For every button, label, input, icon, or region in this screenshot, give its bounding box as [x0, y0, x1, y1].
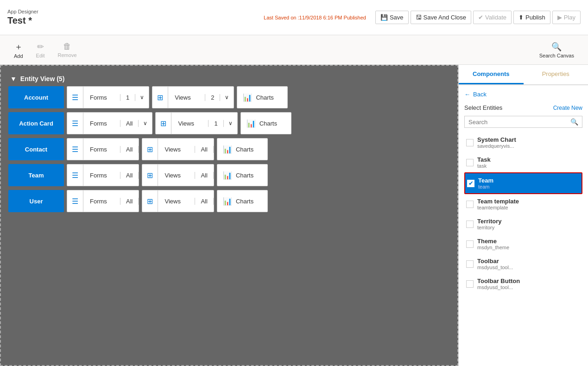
- forms-icon-account: ☰: [67, 87, 83, 108]
- charts-icon-actioncard: 📊: [247, 119, 256, 128]
- contact-forms-count: All: [120, 146, 139, 153]
- account-forms-count: 1: [120, 94, 135, 101]
- back-label: Back: [473, 91, 487, 98]
- actioncard-label: Action Card: [19, 120, 53, 127]
- actioncard-charts-card[interactable]: 📊 Charts: [240, 112, 291, 134]
- user-charts-card[interactable]: 📊 Charts: [217, 190, 268, 212]
- search-canvas-icon: 🔍: [551, 42, 562, 52]
- header-right: Last Saved on :11/9/2018 6:16 PM Publish…: [264, 11, 581, 24]
- account-forms-card[interactable]: ☰ Forms 1 ∨: [67, 86, 149, 108]
- contact-charts-card[interactable]: 📊 Charts: [217, 138, 268, 160]
- account-forms-label: Forms: [83, 94, 120, 101]
- forms-icon-user: ☰: [67, 190, 83, 212]
- item-checkbox[interactable]: [466, 159, 474, 166]
- save-button[interactable]: 💾 Save: [375, 11, 409, 24]
- list-item[interactable]: Territoryterritory: [464, 214, 582, 234]
- entity-list: System Chartsavedqueryvis...Tasktask✔Tea…: [464, 133, 582, 294]
- entity-row-account: Account ☰ Forms 1 ∨ ⊞ Views 2 ∨ 📊 Charts: [8, 86, 450, 108]
- play-button[interactable]: ▶ Play: [552, 11, 581, 24]
- team-views-card[interactable]: ⊞ Views All: [142, 164, 214, 186]
- account-forms-chevron[interactable]: ∨: [135, 94, 149, 101]
- add-toolbar-item[interactable]: ＋ Add: [7, 39, 30, 61]
- item-key: team: [478, 184, 493, 189]
- entity-search-box[interactable]: 🔍: [464, 116, 582, 128]
- panel-body: ← Back Select Entities Create New 🔍 Syst…: [459, 85, 588, 366]
- user-forms-count: All: [120, 198, 139, 205]
- header-left: App Designer Test *: [7, 9, 38, 26]
- item-name: Toolbar: [477, 258, 513, 265]
- contact-forms-card[interactable]: ☰ Forms All: [67, 138, 139, 160]
- team-charts-card[interactable]: 📊 Charts: [217, 164, 268, 186]
- publish-label: Publish: [525, 14, 545, 21]
- components-tab-label: Components: [473, 70, 509, 77]
- list-item[interactable]: Thememsdyn_theme: [464, 234, 582, 254]
- play-icon: ▶: [557, 14, 562, 21]
- contact-views-card[interactable]: ⊞ Views All: [142, 138, 214, 160]
- list-item[interactable]: ✔Teamteam: [464, 172, 582, 194]
- edit-toolbar-item[interactable]: ✏ Edit: [30, 40, 51, 60]
- actioncard-forms-chevron[interactable]: ∨: [139, 120, 152, 126]
- item-checkbox[interactable]: [466, 139, 474, 146]
- account-views-chevron[interactable]: ∨: [220, 94, 234, 101]
- contact-entity-button[interactable]: Contact: [8, 138, 64, 160]
- forms-icon-actioncard: ☰: [67, 113, 83, 134]
- search-canvas-item[interactable]: 🔍 Search Canvas: [533, 40, 581, 60]
- user-entity-button[interactable]: User: [8, 190, 64, 212]
- account-charts-card[interactable]: 📊 Charts: [237, 86, 288, 108]
- tab-properties[interactable]: Properties: [524, 65, 588, 84]
- user-forms-card[interactable]: ☰ Forms All: [67, 190, 139, 212]
- app-designer-label: App Designer: [7, 9, 38, 14]
- create-new-link[interactable]: Create New: [553, 105, 582, 111]
- list-item[interactable]: Tasktask: [464, 152, 582, 172]
- user-views-card[interactable]: ⊞ Views All: [142, 190, 214, 212]
- charts-icon-team: 📊: [223, 171, 232, 180]
- item-checkbox[interactable]: ✔: [467, 180, 474, 187]
- list-item[interactable]: Toolbar Buttonmsdyusd_tool...: [464, 274, 582, 294]
- search-canvas-label: Search Canvas: [539, 53, 574, 58]
- list-item[interactable]: Toolbarmsdyusd_tool...: [464, 254, 582, 274]
- back-button[interactable]: ← Back: [464, 91, 582, 98]
- search-input[interactable]: [468, 119, 570, 126]
- item-name: Team template: [477, 198, 519, 205]
- save-and-close-button[interactable]: 🖫 Save And Close: [411, 11, 472, 24]
- back-arrow-icon: ←: [464, 91, 470, 98]
- item-name: Toolbar Button: [477, 278, 520, 284]
- user-label: User: [30, 198, 43, 205]
- item-text: Toolbarmsdyusd_tool...: [477, 258, 513, 270]
- item-text: Teamteam: [478, 177, 493, 189]
- publish-button[interactable]: ⬆ Publish: [513, 11, 550, 24]
- remove-label: Remove: [58, 52, 77, 58]
- item-checkbox[interactable]: [466, 280, 474, 288]
- team-forms-card[interactable]: ☰ Forms All: [67, 164, 139, 186]
- actioncard-forms-card[interactable]: ☰ Forms All ∨: [67, 112, 152, 134]
- actioncard-entity-button[interactable]: Action Card: [8, 112, 64, 134]
- item-checkbox[interactable]: [466, 201, 474, 208]
- account-views-label: Views: [168, 94, 205, 101]
- account-entity-button[interactable]: Account: [8, 86, 64, 108]
- actioncard-views-chevron[interactable]: ∨: [224, 120, 237, 126]
- list-item[interactable]: System Chartsavedqueryvis...: [464, 133, 582, 152]
- views-icon-contact: ⊞: [142, 139, 158, 160]
- account-views-card[interactable]: ⊞ Views 2 ∨: [152, 86, 234, 108]
- actioncard-views-card[interactable]: ⊞ Views 1 ∨: [155, 112, 237, 134]
- item-key: teamtemplate: [477, 205, 519, 210]
- team-views-count: All: [195, 172, 213, 179]
- list-item[interactable]: Team templateteamtemplate: [464, 194, 582, 214]
- right-panel: Components Properties ← Back Select Enti…: [458, 65, 588, 366]
- item-checkbox[interactable]: [466, 221, 474, 228]
- user-views-count: All: [195, 198, 213, 205]
- account-charts-label: Charts: [256, 94, 273, 101]
- entity-view-header[interactable]: ▼ Entity View (5): [8, 71, 450, 86]
- item-checkbox[interactable]: [466, 260, 474, 268]
- search-icon: 🔍: [570, 118, 578, 126]
- validate-button[interactable]: ✔ Validate: [473, 11, 512, 24]
- remove-toolbar-item[interactable]: 🗑 Remove: [51, 40, 83, 60]
- charts-icon-user: 📊: [223, 197, 232, 206]
- item-name: Territory: [477, 218, 502, 225]
- team-entity-button[interactable]: Team: [8, 164, 64, 186]
- app-header: App Designer Test * Last Saved on :11/9/…: [0, 0, 588, 35]
- tab-components[interactable]: Components: [459, 65, 524, 84]
- item-checkbox[interactable]: [466, 240, 474, 248]
- main-area: ▼ Entity View (5) Account ☰ Forms 1 ∨ ⊞ …: [0, 65, 588, 366]
- team-forms-count: All: [120, 172, 139, 179]
